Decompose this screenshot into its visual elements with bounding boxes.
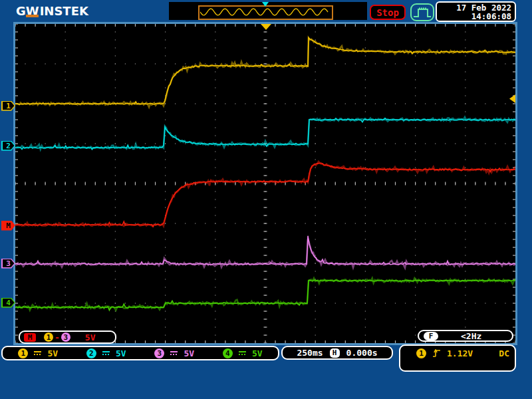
channel4-settings[interactable]: 4 5V (223, 348, 263, 358)
math-source2-badge: 3 (61, 332, 70, 342)
trigger-frequency-box: F <2Hz (418, 330, 513, 342)
channel-settings-bar: 1 5V 2 5V 3 5V 4 5V (1, 346, 279, 360)
timebase-scale: 250ms (297, 348, 323, 358)
display-window-box (198, 5, 333, 20)
waveform-display-area (15, 24, 515, 343)
dc-coupling-icon (102, 351, 110, 355)
trigger-source-badge: 1 (416, 348, 426, 358)
math-source1-badge: 1 (44, 332, 53, 342)
channel4-badge: 4 (223, 348, 233, 358)
memory-bar (169, 2, 367, 20)
datetime-display: 17 Feb 2022 14:06:08 (436, 1, 516, 22)
channel2-scale: 5V (116, 348, 126, 358)
time-text: 14:06:08 (437, 12, 511, 21)
channel1-settings[interactable]: 1 5V (18, 348, 58, 358)
channel3-scale: 5V (184, 348, 194, 358)
frequency-value: <2Hz (461, 331, 481, 341)
acquisition-stop-indicator[interactable]: Stop (370, 5, 406, 20)
horizontal-badge: H (330, 348, 340, 358)
channel3-badge: 3 (154, 348, 164, 358)
trigger-coupling: DC (499, 348, 509, 358)
horizontal-position: 0.000s (346, 348, 378, 358)
waveform-traces (15, 24, 515, 343)
pulse-icon (412, 5, 433, 20)
channel1-scale: 5V (47, 348, 58, 358)
math-status-box: M 1 - 3 5V (19, 331, 116, 344)
dc-coupling-icon (34, 351, 41, 355)
channel1-badge: 1 (18, 348, 28, 358)
preview-waveform-icon (200, 7, 329, 17)
timebase-box: 250ms H 0.000s (281, 346, 393, 360)
channel4-scale: 5V (252, 348, 263, 358)
channel2-settings[interactable]: 2 5V (86, 348, 126, 358)
dc-coupling-icon (239, 351, 246, 355)
dc-coupling-icon (170, 351, 178, 355)
trigger-mode-indicator (410, 3, 434, 21)
trigger-level-value: 1.12V (447, 348, 473, 358)
math-operator: - (55, 332, 60, 342)
brand-logo: GWINSTEK (16, 4, 88, 18)
channel3-settings[interactable]: 3 5V (154, 348, 194, 358)
frequency-badge: F (424, 332, 438, 340)
math-scale: 5V (85, 332, 96, 342)
math-badge: M (24, 333, 36, 342)
graticule-frame (13, 22, 517, 345)
trigger-status-box: 1 1.12V DC (399, 344, 516, 372)
channel2-badge: 2 (86, 348, 96, 358)
oscilloscope-screen: GWINSTEK Stop 17 Feb 2022 14:06:08 1 2 M… (0, 0, 532, 399)
rising-edge-icon (432, 348, 441, 358)
